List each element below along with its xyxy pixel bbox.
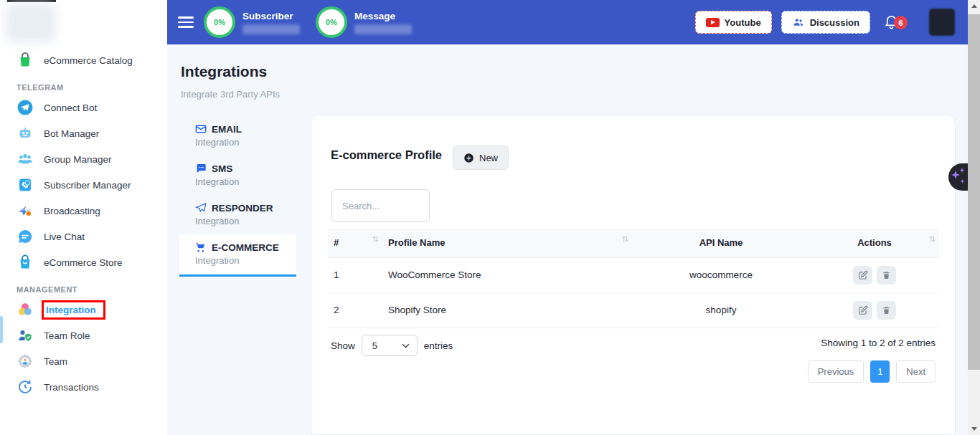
person-shield-icon [17,327,34,344]
youtube-icon [706,18,720,27]
sidebar-item-label: Integration [46,305,96,315]
sidebar-item-label: Connect Bot [44,102,97,113]
sidebar-item-label: Bot Manager [44,128,99,139]
green-shopping-bag-icon [17,52,34,69]
edit-pencil-icon [858,305,868,315]
table-row: 1 WooCommerce Store woocommerce [328,257,939,292]
subscriber-value-blurred [242,24,300,34]
edit-button[interactable] [853,266,872,285]
delete-button[interactable] [877,301,896,320]
page-number-button[interactable]: 1 [870,360,890,383]
sidebar: eCommerce Catalog TELEGRAM Connect Bot B… [0,0,167,435]
new-profile-button[interactable]: New [453,145,509,170]
sidebar-item-integration[interactable]: Integration [0,297,167,322]
paper-plane-icon [195,202,207,214]
next-page-button[interactable]: Next [896,360,936,383]
notifications-bell[interactable]: 6 [882,6,915,38]
previous-page-button[interactable]: Previous [808,360,864,383]
contact-book-phone-icon [17,176,34,193]
scroll-up-arrow[interactable] [968,0,980,12]
discussion-button[interactable]: Discussion [781,11,870,34]
blue-shopping-bag-icon [17,254,34,271]
message-stat: 0% Message [316,6,412,38]
sidebar-item-label: Broadcasting [44,206,100,216]
sidebar-item-subscriber-manager[interactable]: Subscriber Manager [0,172,167,198]
hamburger-menu-icon[interactable] [178,16,194,27]
pagination: Previous 1 Next [808,360,936,383]
row-api-name: shopify [632,292,810,328]
sidebar-item-label: Team [44,356,67,367]
subnav-sms-integration[interactable]: SMS Integration [179,156,296,194]
envelope-icon [195,123,207,135]
sidebar-item-label: Group Manager [44,154,112,165]
sms-bubble-icon [195,163,207,174]
scroll-down-arrow[interactable] [968,423,980,435]
subnav-ecommerce-integration[interactable]: E-COMMERCE Integration [179,234,296,277]
sidebar-item-label: eCommerce Catalog [44,55,133,66]
sidebar-item-label: Live Chat [44,231,85,242]
page-size-select[interactable]: 5 [362,335,418,356]
message-progress-ring: 0% [316,6,347,38]
sidebar-item-transactions[interactable]: Transactions [0,374,167,400]
telegram-icon [17,99,34,116]
edit-button[interactable] [853,301,872,320]
header-actions[interactable]: Actions [810,229,939,257]
trash-icon [882,270,891,280]
header-profile-name[interactable]: Profile Name [382,229,632,257]
sort-icon [621,234,629,246]
page-subtitle: Integrate 3rd Party APIs [181,89,280,100]
message-value-blurred [354,24,412,34]
avatar[interactable] [929,9,955,36]
trash-icon [882,305,891,315]
delete-button[interactable] [877,266,896,285]
sidebar-item-live-chat[interactable]: Live Chat [0,224,167,249]
ai-assistant-button[interactable] [948,163,968,191]
header-number[interactable]: # [328,229,382,257]
scroll-thumb[interactable] [968,14,980,370]
section-title-management: MANAGEMENT [0,275,167,297]
people-group-icon [17,150,34,168]
chevron-down-icon [402,343,410,348]
logo-blurred [6,4,56,42]
show-label: Show [331,340,355,351]
sort-icon [372,234,380,246]
row-number: 1 [328,257,382,292]
people-icon [792,16,805,28]
subscriber-progress-ring: 0% [204,6,235,38]
entries-label: entries [424,340,453,351]
broadcast-flag-icon [17,202,34,219]
sidebar-item-team-role[interactable]: Team Role [0,322,167,348]
message-stat-label: Message [354,11,412,21]
color-circles-icon [17,301,34,318]
sparkles-icon [948,163,968,191]
sidebar-item-label: Transactions [44,382,99,393]
sidebar-item-connect-bot[interactable]: Connect Bot [0,95,167,120]
table-row: 2 Shopify Store shopify [328,292,939,328]
plus-circle-icon [463,153,474,163]
scrollbar[interactable] [968,0,980,435]
page-title: Integrations [181,63,267,80]
subnav-email-integration[interactable]: EMAIL Integration [179,116,296,155]
notification-count-badge: 6 [894,16,908,29]
gear-person-icon [17,353,34,370]
sidebar-item-bot-manager[interactable]: Bot Manager [0,120,167,146]
youtube-button[interactable]: Youtube [695,11,772,34]
row-profile-name: Shopify Store [382,292,632,328]
subnav-responder-integration[interactable]: RESPONDER Integration [179,195,296,234]
sidebar-item-label: Team Role [44,330,90,341]
header-api-name[interactable]: API Name [632,229,810,257]
sidebar-item-ecommerce-catalog[interactable]: eCommerce Catalog [0,47,167,73]
sort-icon [928,234,936,246]
row-number: 2 [328,292,382,328]
chat-bubble-icon [17,228,34,245]
sidebar-item-group-manager[interactable]: Group Manager [0,146,167,172]
sidebar-item-broadcasting[interactable]: Broadcasting [0,198,167,224]
search-input[interactable] [331,189,430,222]
sidebar-item-team[interactable]: Team [0,348,167,374]
integration-subnav: EMAIL Integration SMS Integration RESPON… [179,116,296,277]
shopping-cart-icon [195,242,207,253]
profiles-table: # Profile Name API Name Actions [328,229,939,328]
sidebar-item-label: Subscriber Manager [44,180,131,191]
ecommerce-profile-card: E-commerce Profile New # Profile Name [311,115,956,435]
sidebar-item-ecommerce-store[interactable]: eCommerce Store [0,249,167,275]
